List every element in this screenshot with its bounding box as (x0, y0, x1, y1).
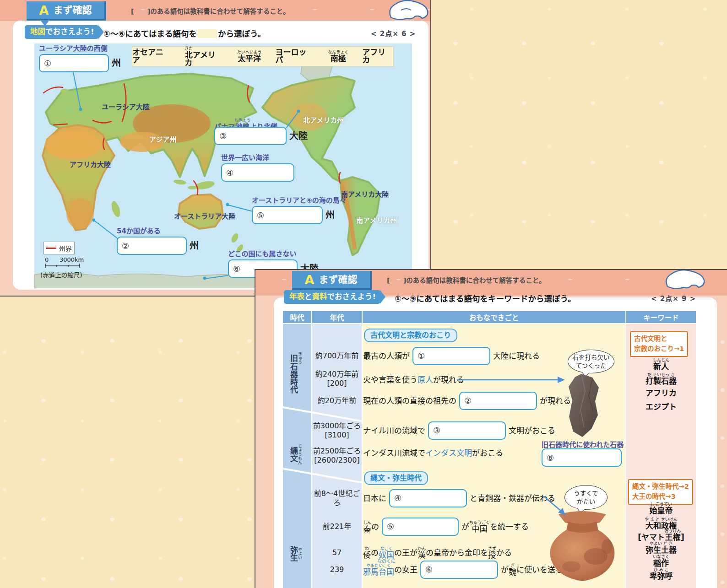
era-label: 旧きゅう石器時代 (289, 352, 302, 394)
year-label: 約240万年前[200] (312, 370, 362, 388)
map-hint-label: ユーラシア大陸の西側 (39, 45, 108, 52)
keyword-group-box-2: 縄文・弥生時代→2大王の時代→3 (628, 479, 693, 505)
timeline-event: 秦しんの⑤が中国ちゅうごくを統一する (363, 517, 529, 537)
timeline-score: < 2点× 9 > (651, 293, 696, 303)
section-badge-a-map: A まず確認 (27, 1, 106, 21)
era-label: 縄文じょうもん (289, 444, 302, 465)
map-hint-label: オーストラリアと④の海の島々 (252, 197, 347, 204)
map-land-label: 南アメリカ大陸 (341, 189, 389, 199)
yayoi-pot-photo (548, 507, 617, 584)
workbook-page: A まず確認 [ ]のある語句は教科書に合わせて解答すること。 地図でおさえよう… (0, 0, 727, 588)
keyword-item: 卑弥呼ひ み こ (626, 567, 696, 580)
col-header-year: 年代 (312, 311, 362, 323)
scale-bar-icon (45, 264, 81, 268)
timeline-event: ナイル川の流域で③文明がおこる (363, 421, 555, 441)
badge-label: まず確認 (319, 275, 357, 285)
map-land-label: 北アメリカ州 (303, 115, 344, 124)
map-instruction: ①～⑥にあてはまる語句をから選ぼう。 (103, 27, 266, 39)
answer-box-number: ④ (226, 168, 233, 178)
keyword-item: アフリカ (626, 389, 696, 397)
keyword-item: 始皇帝し こうてい (626, 502, 696, 515)
timeline-event: 現在の人類の直接の祖先の②が現れる (363, 391, 571, 411)
ribbon-point-icon (380, 290, 385, 304)
speech-bubble: 石を打ち欠いてつくった (568, 350, 614, 373)
map-box-suffix: 州 (326, 210, 335, 220)
keyword-item: 弥生土器やよい ど き (626, 541, 696, 554)
ribbon-text: 資料 (312, 293, 327, 301)
answer-box-number: ⑧ (547, 453, 554, 463)
year-label: 約700万年前 (312, 351, 362, 361)
map-box-suffix: 州 (190, 241, 199, 250)
scale-zero: 0 (45, 256, 49, 263)
timeline-answer-box-⑥[interactable]: ⑥ (420, 561, 498, 579)
year-label: 前2500年ごろ[2600/2300] (312, 447, 362, 465)
ribbon-text: でおさえよう! (45, 28, 94, 36)
timeline-event: 邪馬台国やまたいこくの女王⑥が魏ぎに使いを送る (363, 560, 563, 580)
map-hint-label: 世界一広い海洋 (221, 155, 269, 162)
answer-box-number: ⑤ (257, 210, 264, 220)
timeline-answer-box-⑤[interactable]: ⑤ (382, 518, 459, 536)
boundary-legend-label: 州界 (59, 243, 72, 253)
col-header-events: おもなできごと (363, 311, 625, 323)
wordbank-swatch-icon (198, 29, 217, 38)
answer-box-number: ② (122, 241, 129, 251)
keyword-group-box-1: 古代文明と宗教のおこり→1 (630, 331, 688, 357)
map-hint-label: どこの国にも属さない (228, 251, 297, 258)
instruction-note: [ ]のある語句は教科書に合わせて解答すること。 (387, 275, 546, 285)
event-arrow-icon (457, 375, 566, 384)
speech-bubble: うすくてかたい (564, 485, 608, 510)
map-answer-box-④[interactable]: ④ (221, 163, 294, 182)
year-label: 前221年 (312, 522, 362, 531)
map-box-suffix: 州 (112, 59, 121, 68)
keyword-item: エジプト (626, 403, 696, 411)
map-answer-box-②[interactable]: ② (117, 237, 187, 255)
answer-box-number: ② (464, 397, 472, 405)
col-header-era: 時代 (283, 311, 311, 323)
keyword-item: 打製石器だ せいせっ き (626, 372, 696, 385)
timeline-section-badge: 古代文明と宗教のおこり (364, 329, 457, 342)
answer-box-number: ⑥ (233, 264, 240, 274)
word-bank-item: 南極なんきょく (328, 50, 348, 63)
timeline-instruction: ①～⑨にあてはまる語句をキーワードから選ぼう。 (395, 292, 575, 304)
map-instruction-post: から選ぼう。 (218, 29, 266, 38)
scale-note: (赤道上の縮尺) (40, 270, 82, 279)
word-bank: オセアニア北きたアメリカ太平洋たいへいようヨーロッパ南極なんきょくアフリカ (132, 46, 394, 66)
ribbon-text: でおさえよう! (327, 293, 376, 301)
map-answer-box-①[interactable]: ① (39, 54, 109, 72)
stone-caption: 旧石器時代に使われた石器 (542, 439, 624, 449)
pot-arrow-icon (543, 495, 568, 517)
year-label: 前8～4世紀ごろ (312, 489, 362, 507)
map-land-label: 南アメリカ州 (356, 215, 397, 225)
instruction-note: [ ]のある語句は教科書に合わせて解答すること。 (131, 6, 290, 16)
timeline-answer-box-②[interactable]: ② (459, 392, 537, 410)
answer-box-number: ① (418, 352, 425, 360)
map-land-label: アフリカ大陸 (70, 159, 111, 169)
ribbon-text: と (304, 293, 312, 301)
timeline-event: 火や言葉を使う原人が現れる (363, 370, 464, 390)
map-answer-box-③[interactable]: ③ (214, 127, 287, 145)
word-bank-item: アフリカ (362, 49, 393, 64)
keyword-item: 稲作いなさく (626, 555, 696, 567)
timeline-answer-box-⑧[interactable]: ⑧ (542, 448, 622, 467)
map-hint-label: 54か国がある (117, 228, 161, 235)
timeline-answer-box-④[interactable]: ④ (389, 489, 467, 507)
map-ribbon: 地図でおさえよう! (25, 25, 99, 39)
answer-box-number: ④ (394, 494, 401, 502)
answer-box-number: ① (44, 59, 51, 68)
keyword-item: 新人しんじん (626, 358, 696, 371)
answer-box-number: ③ (433, 426, 440, 435)
map-land-label: オーストラリア大陸 (174, 211, 235, 221)
boundary-legend: 州界 (43, 242, 75, 254)
timeline-answer-box-①[interactable]: ① (412, 347, 490, 365)
stone-tool-photo (567, 373, 603, 438)
map-answer-box-⑤[interactable]: ⑤ (252, 206, 323, 224)
word-bank-item: 太平洋たいへいよう (237, 50, 262, 63)
timeline-ribbon: 年表と資料でおさえよう! (284, 290, 380, 304)
timeline-event: 日本に④と青銅器・鉄器が伝わる (363, 488, 555, 508)
word-bank-item: 北きたアメリカ (184, 46, 223, 67)
timeline-event: 最古の人類が①大陸に現れる (363, 346, 540, 366)
year-label: 前3000年ごろ[3100] (312, 421, 362, 440)
section-badge-a-timeline: A まず確認 (292, 271, 372, 290)
timeline-answer-box-③[interactable]: ③ (428, 421, 506, 440)
ribbon-text: 地図 (30, 28, 45, 36)
